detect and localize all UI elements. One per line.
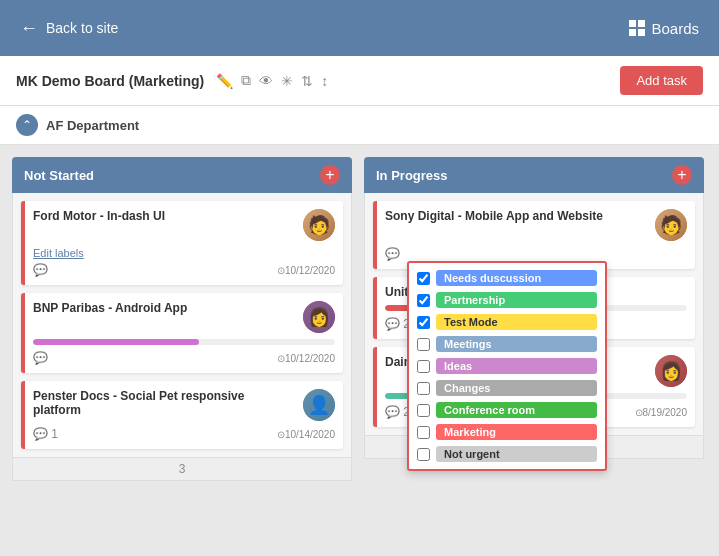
back-arrow-icon: ←: [20, 18, 38, 39]
add-task-button[interactable]: Add task: [620, 66, 703, 95]
label-item[interactable]: Meetings: [409, 333, 605, 355]
label-item[interactable]: Partnership: [409, 289, 605, 311]
label-item[interactable]: Ideas: [409, 355, 605, 377]
label-pill-partnership: Partnership: [436, 292, 597, 308]
progress-bar-fill: [33, 339, 199, 345]
department-collapse-icon[interactable]: ⌃: [16, 114, 38, 136]
label-item[interactable]: Needs duscussion: [409, 267, 605, 289]
label-pill-not-urgent: Not urgent: [436, 446, 597, 462]
label-item[interactable]: Test Mode: [409, 311, 605, 333]
due-date: ⊙10/12/2020: [277, 353, 335, 364]
task-footer: 💬 ⊙10/12/2020: [33, 351, 335, 365]
avatar-image: 👩: [655, 355, 687, 387]
column-body-not-started: Ford Motor - In-dash UI 🧑 Edit labels 💬 …: [12, 193, 352, 458]
avatar: 🧑: [303, 209, 335, 241]
avatar: 🧑: [655, 209, 687, 241]
column-in-progress: In Progress + Sony Digital - Mobile App …: [364, 157, 704, 551]
task-title: Ford Motor - In-dash UI: [33, 209, 303, 223]
task-card: Ford Motor - In-dash UI 🧑 Edit labels 💬 …: [21, 201, 343, 285]
label-checkbox-test-mode[interactable]: [417, 316, 430, 329]
avatar: 👩: [655, 355, 687, 387]
sort-asc-icon[interactable]: ⇅: [301, 73, 313, 89]
label-checkbox-needs-discussion[interactable]: [417, 272, 430, 285]
task-card-header: Sony Digital - Mobile App and Website 🧑: [385, 209, 687, 241]
label-pill-test-mode: Test Mode: [436, 314, 597, 330]
column-not-started: Not Started + Ford Motor - In-dash UI 🧑 …: [12, 157, 352, 551]
label-pill-marketing: Marketing: [436, 424, 597, 440]
task-card-header: Ford Motor - In-dash UI 🧑: [33, 209, 335, 241]
copy-icon[interactable]: ⧉: [241, 72, 251, 89]
column-add-button-in-progress[interactable]: +: [672, 165, 692, 185]
column-header-not-started: Not Started +: [12, 157, 352, 193]
eye-icon[interactable]: 👁: [259, 73, 273, 89]
label-checkbox-meetings[interactable]: [417, 338, 430, 351]
label-pill-ideas: Ideas: [436, 358, 597, 374]
label-dropdown: Needs duscussion Partnership Test Mode M…: [407, 261, 607, 471]
task-title: Penster Docs - Social Pet responsive pla…: [33, 389, 303, 417]
due-date: ⊙10/14/2020: [277, 429, 335, 440]
comment-icon: 💬: [33, 351, 48, 365]
progress-bar: [33, 339, 335, 345]
label-item[interactable]: Not urgent: [409, 443, 605, 465]
label-pill-changes: Changes: [436, 380, 597, 396]
edit-labels-link[interactable]: Edit labels: [33, 247, 335, 259]
label-item[interactable]: Marketing: [409, 421, 605, 443]
label-checkbox-conference-room[interactable]: [417, 404, 430, 417]
comment-icon: 💬: [385, 247, 400, 261]
comment-icon: 💬: [33, 263, 48, 277]
edit-icon[interactable]: ✏️: [216, 73, 233, 89]
column-body-in-progress: Sony Digital - Mobile App and Website 🧑 …: [364, 193, 704, 436]
board-area: Not Started + Ford Motor - In-dash UI 🧑 …: [0, 145, 719, 556]
board-title: MK Demo Board (Marketing): [16, 73, 204, 89]
grid-icon: [629, 20, 645, 36]
back-to-site-label: Back to site: [46, 20, 118, 36]
label-checkbox-partnership[interactable]: [417, 294, 430, 307]
due-date: ⊙8/19/2020: [635, 407, 688, 418]
column-title-in-progress: In Progress: [376, 168, 448, 183]
label-item[interactable]: Conference room: [409, 399, 605, 421]
boards-label: Boards: [651, 20, 699, 37]
task-card-sony: Sony Digital - Mobile App and Website 🧑 …: [373, 201, 695, 269]
task-card-header: Penster Docs - Social Pet responsive pla…: [33, 389, 335, 421]
column-header-in-progress: In Progress +: [364, 157, 704, 193]
task-title: Sony Digital - Mobile App and Website: [385, 209, 655, 223]
avatar-image: 🧑: [655, 209, 687, 241]
header: ← Back to site Boards: [0, 0, 719, 56]
task-title: BNP Paribas - Android App: [33, 301, 303, 315]
label-checkbox-changes[interactable]: [417, 382, 430, 395]
pin-icon[interactable]: ✳: [281, 73, 293, 89]
label-checkbox-marketing[interactable]: [417, 426, 430, 439]
avatar: 👤: [303, 389, 335, 421]
task-footer: 💬 ⊙10/12/2020: [33, 263, 335, 277]
avatar: 👩: [303, 301, 335, 333]
avatar-image: 🧑: [303, 209, 335, 241]
department-bar: ⌃ AF Department: [0, 106, 719, 145]
task-card: BNP Paribas - Android App 👩 💬 ⊙10/12/202…: [21, 293, 343, 373]
label-item[interactable]: Changes: [409, 377, 605, 399]
label-pill-conference-room: Conference room: [436, 402, 597, 418]
comment-icon: 💬 1: [33, 427, 58, 441]
label-pill-needs-discussion: Needs duscussion: [436, 270, 597, 286]
label-checkbox-not-urgent[interactable]: [417, 448, 430, 461]
column-count-not-started: 3: [12, 458, 352, 481]
task-footer: 💬: [385, 247, 687, 261]
task-card-header: BNP Paribas - Android App 👩: [33, 301, 335, 333]
label-pill-meetings: Meetings: [436, 336, 597, 352]
label-checkbox-ideas[interactable]: [417, 360, 430, 373]
task-footer: 💬 1 ⊙10/14/2020: [33, 427, 335, 441]
sort-desc-icon[interactable]: ↕: [321, 73, 328, 89]
column-title-not-started: Not Started: [24, 168, 94, 183]
due-date: ⊙10/12/2020: [277, 265, 335, 276]
avatar-image: 👩: [303, 301, 335, 333]
toolbar: MK Demo Board (Marketing) ✏️ ⧉ 👁 ✳ ⇅ ↕ A…: [0, 56, 719, 106]
back-to-site-link[interactable]: ← Back to site: [20, 18, 118, 39]
task-card: Penster Docs - Social Pet responsive pla…: [21, 381, 343, 449]
column-add-button-not-started[interactable]: +: [320, 165, 340, 185]
avatar-image: 👤: [303, 389, 335, 421]
boards-button[interactable]: Boards: [629, 20, 699, 37]
department-name: AF Department: [46, 118, 139, 133]
